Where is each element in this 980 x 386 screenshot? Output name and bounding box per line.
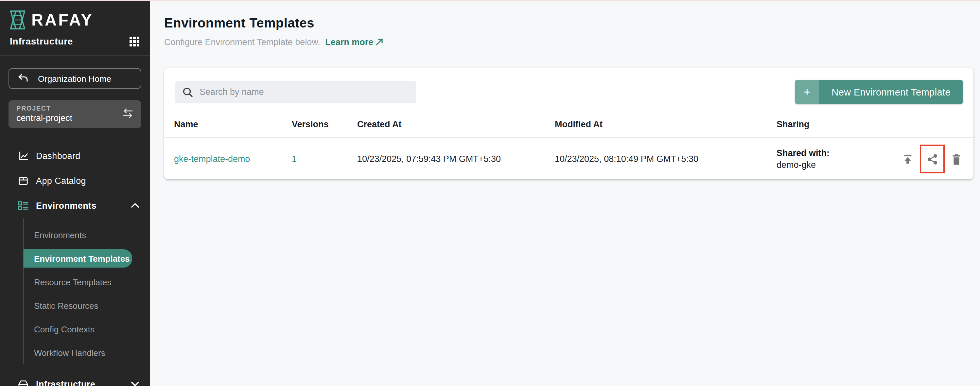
search-icon (183, 87, 193, 97)
brand: RAFAY (0, 1, 150, 29)
publish-icon[interactable] (902, 153, 914, 165)
product-row: Infrastructure (0, 29, 150, 46)
sidebar-nav: Dashboard App Catalog (0, 143, 150, 364)
search-box[interactable] (175, 81, 416, 103)
subnav-item-resource-templates[interactable]: Resource Templates (24, 270, 150, 294)
environments-subnav: Environments Environment Templates Resou… (23, 218, 150, 364)
subnav-item-label: Environments (34, 230, 86, 240)
table-header: Name Versions Created At Modified At Sha… (164, 111, 974, 138)
subnav-item-label: Static Resources (34, 300, 99, 310)
main-content: Environment Templates Configure Environm… (150, 1, 980, 386)
share-icon[interactable] (926, 153, 939, 165)
project-eyebrow: PROJECT (16, 105, 134, 112)
external-link-icon (375, 38, 383, 48)
subnav-item-label: Config Contexts (34, 324, 94, 334)
sidebar-item-label: Infrastructure (36, 379, 95, 386)
templates-card: + New Environment Template Name Versions… (164, 68, 974, 179)
delete-icon[interactable] (951, 153, 963, 165)
column-header-sharing: Sharing (776, 119, 810, 129)
shared-with-label: Shared with: (776, 148, 829, 158)
product-name: Infrastructure (10, 36, 73, 46)
sidebar-item-app-catalog[interactable]: App Catalog (0, 168, 150, 193)
subnav-item-label: Environment Templates (34, 254, 130, 263)
column-header-created-at: Created At (357, 119, 402, 129)
template-created-at: 10/23/2025, 07:59:43 PM GMT+5:30 (357, 154, 501, 164)
subnav-item-config-contexts[interactable]: Config Contexts (24, 317, 150, 341)
subnav-item-static-resources[interactable]: Static Resources (24, 294, 150, 317)
template-sharing-info: Shared with: demo-gke (776, 148, 829, 170)
table-row: gke-template-demo 1 10/23/2025, 07:59:43… (164, 139, 974, 179)
sidebar-item-environments[interactable]: Environments (0, 193, 150, 218)
project-name: central-project (16, 113, 134, 123)
sidebar-item-infrastructure[interactable]: Infrastructure (0, 372, 150, 386)
sidebar-bottom-section: Infrastructure (0, 372, 150, 386)
sidebar-item-label: Environments (36, 200, 97, 210)
sidebar-item-dashboard[interactable]: Dashboard (0, 143, 150, 168)
rafay-logo-icon (9, 11, 26, 29)
page-subtitle: Configure Environment Template below. Le… (164, 37, 383, 48)
column-header-modified-at: Modified At (555, 119, 603, 129)
template-name-link[interactable]: gke-template-demo (174, 154, 250, 164)
subnav-item-label: Workflow Handlers (34, 348, 105, 357)
subnav-item-label: Resource Templates (34, 277, 111, 287)
sidebar-item-label: App Catalog (36, 176, 86, 186)
app-root: RAFAY Infrastructure Organization Home (0, 0, 980, 386)
server-icon (18, 378, 29, 386)
template-modified-at: 10/23/2025, 08:10:49 PM GMT+5:30 (555, 154, 698, 164)
sidebar-divider (0, 55, 150, 56)
search-input[interactable] (199, 87, 408, 97)
organization-home-button[interactable]: Organization Home (8, 68, 141, 89)
back-arrow-icon (18, 74, 28, 83)
plus-icon: + (795, 80, 819, 104)
learn-more-link[interactable]: Learn more (325, 37, 383, 47)
share-highlight-box (920, 145, 945, 173)
subnav-item-workflow-handlers[interactable]: Workflow Handlers (24, 341, 150, 364)
new-environment-template-button[interactable]: + New Environment Template (795, 80, 963, 104)
dashboard-icon (18, 150, 29, 161)
environments-icon (18, 200, 29, 211)
card-toolbar: + New Environment Template (175, 80, 963, 104)
template-versions-link[interactable]: 1 (292, 154, 297, 164)
row-actions (902, 145, 963, 173)
new-button-label: New Environment Template (819, 80, 963, 104)
project-selector[interactable]: PROJECT central-project (8, 100, 141, 128)
chevron-up-icon[interactable] (131, 203, 139, 208)
column-header-name: Name (174, 119, 198, 129)
apps-grid-icon[interactable] (129, 36, 139, 46)
page-title: Environment Templates (164, 16, 314, 31)
top-accent-strip (0, 0, 980, 1)
subnav-item-environments[interactable]: Environments (24, 223, 150, 247)
column-header-versions: Versions (292, 119, 329, 129)
app-catalog-icon (18, 175, 29, 186)
subtitle-text: Configure Environment Template below. (164, 37, 320, 47)
chevron-down-icon[interactable] (131, 381, 139, 386)
organization-home-label: Organization Home (38, 74, 111, 83)
switch-project-icon[interactable] (123, 108, 134, 121)
brand-name: RAFAY (32, 12, 94, 28)
subnav-item-environment-templates[interactable]: Environment Templates (24, 249, 132, 268)
sidebar: RAFAY Infrastructure Organization Home (0, 1, 150, 386)
shared-with-value: demo-gke (776, 160, 829, 170)
sidebar-item-label: Dashboard (36, 151, 81, 160)
